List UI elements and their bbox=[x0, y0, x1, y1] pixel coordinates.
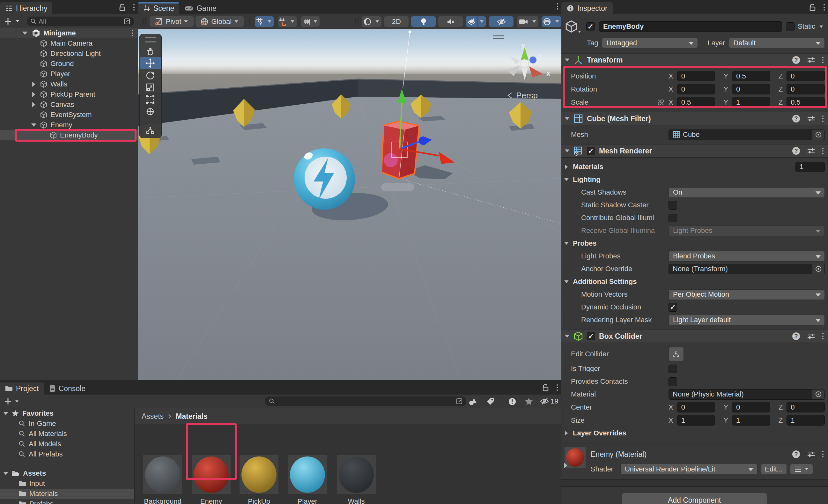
custom-tool[interactable] bbox=[140, 121, 161, 136]
tool-strip-grip[interactable] bbox=[145, 37, 156, 42]
scene-overlay-menu-icon[interactable] bbox=[493, 35, 504, 41]
shader-dropdown[interactable]: Universal Render Pipeline/Lit bbox=[620, 464, 757, 474]
scale-tool[interactable] bbox=[140, 81, 161, 93]
menu-kebab-icon[interactable] bbox=[133, 4, 135, 10]
camera-caret[interactable] bbox=[530, 16, 538, 27]
field-position-x[interactable]: 0 bbox=[677, 71, 715, 81]
hierarchy-item-eventsystem[interactable]: EventSystem bbox=[0, 110, 138, 120]
add-icon[interactable] bbox=[4, 397, 12, 406]
hierarchy-item-canvas[interactable]: Canvas bbox=[0, 99, 138, 110]
shading-mode-button[interactable] bbox=[362, 16, 373, 27]
orientation-gizmo[interactable] bbox=[507, 47, 543, 80]
active-checkbox[interactable]: ✓ bbox=[586, 22, 595, 31]
dropdown-motion-vectors[interactable]: Per Object Motion bbox=[668, 289, 825, 300]
component-header[interactable]: ✓Mesh Renderer? bbox=[562, 144, 828, 158]
static-checkbox[interactable] bbox=[786, 22, 794, 31]
static-caret[interactable] bbox=[819, 25, 823, 28]
row-probes[interactable]: Probes bbox=[562, 237, 828, 250]
hidden-objects-toggle[interactable] bbox=[489, 16, 513, 27]
row-additional-settings[interactable]: Additional Settings bbox=[562, 275, 828, 288]
field-materials[interactable]: 1 bbox=[795, 162, 825, 172]
enabled-checkbox[interactable]: ✓ bbox=[587, 332, 595, 340]
persp-label[interactable]: Persp bbox=[506, 91, 538, 99]
row-layer-overrides[interactable]: Layer Overrides bbox=[562, 427, 828, 439]
material-background[interactable]: Background bbox=[143, 455, 182, 504]
component-header[interactable]: Transform? bbox=[562, 53, 828, 67]
hierarchy-scene-row[interactable]: Minigame bbox=[0, 28, 138, 38]
material-thumb[interactable] bbox=[192, 455, 231, 494]
project-search-input[interactable] bbox=[265, 396, 466, 406]
effects-caret[interactable] bbox=[478, 16, 486, 27]
gizmos-button[interactable] bbox=[542, 16, 553, 27]
preset-icon[interactable] bbox=[807, 147, 815, 155]
help-icon[interactable]: ? bbox=[792, 115, 800, 123]
hierarchy-item-ground[interactable]: Ground bbox=[0, 59, 138, 69]
tree-favorites[interactable]: Favorites bbox=[0, 408, 134, 419]
object-picker-icon[interactable] bbox=[812, 264, 825, 274]
tree-folder-input[interactable]: Input bbox=[0, 478, 134, 489]
menu-kebab-icon[interactable] bbox=[824, 4, 825, 10]
field-size-z[interactable]: 1 bbox=[787, 415, 825, 425]
objectfield-mesh[interactable]: Cube bbox=[668, 129, 825, 140]
field-center-x[interactable]: 0 bbox=[677, 402, 715, 413]
snap-increment-button[interactable] bbox=[278, 16, 288, 27]
grid-snap-button[interactable]: Y bbox=[255, 16, 265, 27]
snap-increment-caret[interactable] bbox=[288, 16, 297, 27]
shading-mode-caret[interactable] bbox=[373, 16, 381, 27]
tab-project[interactable]: Project bbox=[0, 382, 44, 394]
tree-assets[interactable]: Assets bbox=[0, 468, 134, 478]
gizmos-caret[interactable] bbox=[553, 16, 562, 27]
field-scale-x[interactable]: 0.5 bbox=[677, 97, 715, 108]
search-by-type-icon[interactable] bbox=[468, 397, 478, 406]
hierarchy-item-enemy[interactable]: Enemy bbox=[0, 120, 138, 130]
measure-button[interactable] bbox=[301, 16, 311, 27]
tab-hierarchy[interactable]: Hierarchy bbox=[0, 2, 52, 14]
field-rotation-x[interactable]: 0 bbox=[677, 84, 715, 94]
transform-tool[interactable] bbox=[140, 106, 161, 118]
material-foldout[interactable] bbox=[564, 463, 568, 468]
lock-icon[interactable] bbox=[542, 383, 549, 392]
search-by-label-icon[interactable] bbox=[486, 397, 495, 406]
scene-menu-kebab-icon[interactable] bbox=[557, 3, 558, 9]
global-button[interactable]: Global bbox=[196, 16, 244, 27]
hierarchy-item-pickup-parent[interactable]: PickUp Parent bbox=[0, 89, 138, 99]
tree-fav-3[interactable]: All Prefabs bbox=[0, 449, 134, 459]
component-header[interactable]: ✓Box Collider? bbox=[562, 330, 828, 343]
material-player[interactable]: Player bbox=[288, 455, 327, 504]
2d-toggle[interactable]: 2D bbox=[384, 16, 409, 27]
layer-dropdown[interactable]: Default bbox=[729, 38, 825, 48]
alert-icon[interactable] bbox=[508, 397, 517, 406]
hierarchy-item-main-camera[interactable]: Main Camera bbox=[0, 38, 138, 48]
field-center-z[interactable]: 0 bbox=[787, 402, 825, 413]
lock-icon[interactable] bbox=[809, 3, 817, 11]
tab-console[interactable]: Console bbox=[44, 382, 91, 394]
breadcrumb-assets[interactable]: Assets bbox=[141, 413, 164, 420]
field-rotation-z[interactable]: 0 bbox=[787, 84, 825, 94]
rotate-tool[interactable] bbox=[140, 69, 161, 81]
tree-fav-0[interactable]: In-Game bbox=[0, 419, 134, 429]
hidden-count[interactable]: 19 bbox=[540, 397, 558, 406]
edit-collider-button[interactable] bbox=[668, 347, 684, 361]
row-materials[interactable]: Materials1 bbox=[562, 161, 828, 173]
add-dropdown-caret[interactable] bbox=[15, 400, 18, 402]
dropdown-cast-shadows[interactable]: On bbox=[668, 187, 825, 198]
material-enemy[interactable]: Enemy bbox=[192, 455, 231, 504]
tab-game[interactable]: Game bbox=[179, 2, 222, 14]
hierarchy-item-directional-light[interactable]: Directional Light bbox=[0, 48, 138, 59]
object-picker-icon[interactable] bbox=[812, 130, 825, 140]
lock-icon[interactable] bbox=[119, 3, 126, 11]
preset-icon[interactable] bbox=[807, 56, 815, 64]
dropdown-receive-global-illumina[interactable]: Light Probes bbox=[668, 225, 825, 236]
tag-dropdown[interactable]: Untagged bbox=[602, 38, 698, 48]
field-position-z[interactable]: 0 bbox=[787, 71, 825, 81]
objectfield-anchor-override[interactable]: None (Transform) bbox=[668, 264, 825, 274]
row-lighting[interactable]: Lighting bbox=[562, 173, 828, 186]
preset-icon[interactable] bbox=[807, 332, 815, 340]
object-picker-icon[interactable] bbox=[812, 389, 825, 400]
material-preview[interactable] bbox=[565, 447, 586, 468]
player-sphere[interactable] bbox=[294, 148, 355, 210]
add-component-button[interactable]: Add Component bbox=[622, 493, 767, 504]
lighting-toggle[interactable] bbox=[411, 16, 436, 27]
tree-folder-materials[interactable]: Materials bbox=[0, 489, 134, 499]
shader-edit-button[interactable]: Edit... bbox=[761, 464, 787, 474]
